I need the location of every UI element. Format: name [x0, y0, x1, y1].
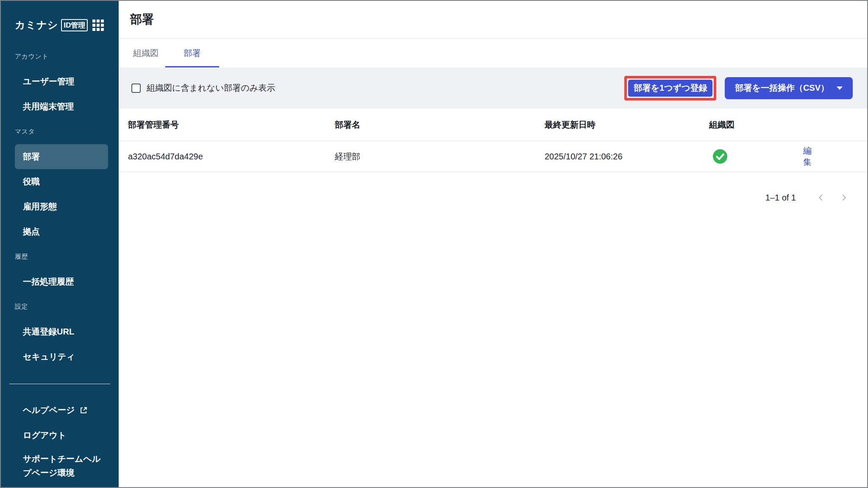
cell-actions: 編集	[798, 145, 867, 168]
tab-departments[interactable]: 部署	[165, 39, 219, 67]
pagination-next-button[interactable]	[837, 191, 851, 204]
sidebar-item-common-registration-url[interactable]: 共通登録URL	[15, 319, 108, 344]
nav-section-master: マスタ	[1, 119, 119, 144]
page-header: 部署	[119, 1, 867, 39]
action-buttons: 部署を1つずつ登録 部署を一括操作（CSV）	[624, 76, 853, 100]
logo-row: カミナシ ID管理	[1, 1, 119, 44]
support-help-label: サポートチームヘルプページ環境	[23, 452, 102, 480]
app-window: カミナシ ID管理 アカウント ユーザー管理 共用端末管理 マスタ 部署 役職 …	[0, 0, 868, 488]
sidebar-item-help-page[interactable]: ヘルプページ	[15, 398, 108, 423]
help-page-label: ヘルプページ	[23, 404, 75, 416]
apps-grid-icon[interactable]	[92, 20, 104, 31]
chevron-left-icon	[816, 193, 826, 202]
pagination-prev-button[interactable]	[814, 191, 828, 204]
sidebar-item-locations[interactable]: 拠点	[15, 219, 108, 244]
column-header-department-name: 部署名	[335, 119, 545, 131]
bulk-csv-button[interactable]: 部署を一括操作（CSV）	[725, 77, 853, 99]
sidebar-item-security[interactable]: セキュリティ	[15, 344, 108, 369]
org-chart-filter-label[interactable]: 組織図に含まれない部署のみ表示	[147, 82, 275, 94]
pagination: 1–1 of 1	[119, 191, 867, 204]
tab-org-chart[interactable]: 組織図	[126, 39, 165, 67]
dropdown-caret-icon	[837, 86, 843, 90]
org-chart-check-icon	[712, 149, 728, 164]
column-header-org-chart: 組織図	[709, 119, 798, 131]
table-row: a320ac54d7da429e 経理部 2025/10/27 21:06:26…	[119, 141, 867, 172]
edit-link[interactable]: 編集	[803, 146, 812, 167]
sidebar-item-support-team-help[interactable]: サポートチームヘルプページ環境	[15, 448, 108, 480]
sidebar-item-positions[interactable]: 役職	[15, 169, 108, 194]
bulk-csv-button-label: 部署を一括操作（CSV）	[735, 82, 829, 94]
nav-section-account: アカウント	[1, 44, 119, 69]
sidebar-item-batch-history[interactable]: 一括処理履歴	[15, 269, 108, 294]
brand-badge: ID管理	[61, 19, 88, 31]
sidebar-divider	[9, 384, 110, 384]
sidebar-footer: ヘルプページ ログアウト サポートチームヘルプページ環境	[1, 398, 119, 480]
sidebar-item-shared-device-management[interactable]: 共用端末管理	[15, 94, 108, 119]
nav-section-settings: 設定	[1, 294, 119, 319]
sidebar-item-employment-types[interactable]: 雇用形態	[15, 194, 108, 219]
column-header-department-id: 部署管理番号	[128, 119, 335, 131]
cell-department-name: 経理部	[335, 151, 545, 162]
column-header-last-updated: 最終更新日時	[545, 119, 709, 131]
sidebar-item-logout[interactable]: ログアウト	[15, 423, 108, 448]
chevron-right-icon	[839, 193, 849, 202]
sidebar-item-user-management[interactable]: ユーザー管理	[15, 69, 108, 94]
filter-bar: 組織図に含まれない部署のみ表示 部署を1つずつ登録 部署を一括操作（CSV）	[119, 67, 867, 109]
main-content: 部署 組織図 部署 組織図に含まれない部署のみ表示 部署を1つずつ登録 部署を一…	[119, 1, 867, 487]
annotation-highlight: 部署を1つずつ登録	[624, 76, 716, 100]
pagination-range-label: 1–1 of 1	[765, 193, 796, 203]
external-link-icon	[80, 406, 88, 414]
cell-org-chart	[709, 149, 798, 164]
nav-section-history: 履歴	[1, 244, 119, 269]
cell-department-id: a320ac54d7da429e	[128, 152, 335, 162]
cell-last-updated: 2025/10/27 21:06:26	[545, 152, 709, 162]
table-header: 部署管理番号 部署名 最終更新日時 組織図	[119, 109, 867, 141]
sidebar: カミナシ ID管理 アカウント ユーザー管理 共用端末管理 マスタ 部署 役職 …	[1, 1, 119, 487]
brand-logo: カミナシ	[15, 18, 58, 32]
logout-label: ログアウト	[23, 429, 66, 441]
tab-bar: 組織図 部署	[119, 39, 867, 67]
sidebar-item-departments[interactable]: 部署	[15, 144, 108, 169]
org-chart-filter-checkbox[interactable]	[131, 84, 141, 93]
sidebar-nav: アカウント ユーザー管理 共用端末管理 マスタ 部署 役職 雇用形態 拠点 履歴…	[1, 44, 119, 369]
register-department-button[interactable]: 部署を1つずつ登録	[628, 80, 712, 97]
page-title: 部署	[130, 11, 154, 28]
